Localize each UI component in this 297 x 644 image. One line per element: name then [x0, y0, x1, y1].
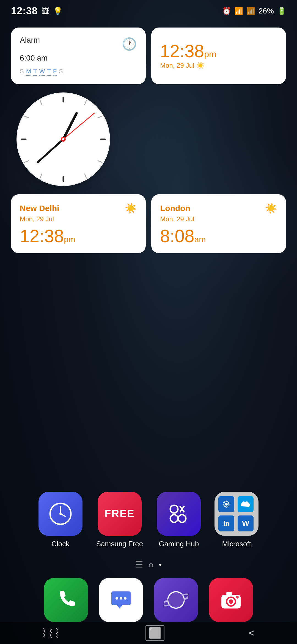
back-button[interactable]: <	[249, 627, 255, 639]
digital-ampm: pm	[204, 49, 216, 59]
camera-app-icon[interactable]	[209, 578, 253, 622]
city-date-delhi: Mon, 29 Jul	[20, 215, 137, 223]
status-bar: 12:38 🖼 💡 ⏰ 📶 📶 26% 🔋	[0, 0, 297, 22]
city-header-delhi: New Delhi ☀️	[20, 203, 137, 214]
microsoft-label: Microsoft	[222, 540, 251, 548]
microsoft-icon-settings	[218, 496, 234, 512]
app-item-microsoft[interactable]: in W Microsoft	[215, 492, 258, 548]
wifi-icon: 📶	[234, 7, 243, 15]
alarm-status-icon: ⏰	[222, 7, 231, 15]
svg-point-26	[178, 515, 186, 522]
clock-icon-svg	[48, 501, 73, 526]
analog-clock-container	[11, 92, 286, 186]
messages-app-icon[interactable]	[99, 578, 143, 622]
microsoft-icon-word: W	[238, 515, 254, 531]
phone-app-icon[interactable]	[44, 578, 88, 622]
city-name-london: London	[160, 204, 190, 213]
analog-clock-widget[interactable]	[16, 92, 110, 186]
digital-clock-widget[interactable]: 12:38pm Mon, 29 Jul ☀️	[151, 28, 286, 84]
svg-point-30	[124, 597, 127, 600]
microsoft-icon-cloud	[238, 496, 254, 512]
battery-percentage: 26%	[258, 7, 274, 15]
alarm-day-f: F	[53, 68, 57, 76]
alarm-day-s2: S	[59, 68, 63, 76]
city-widget-row: New Delhi ☀️ Mon, 29 Jul 12:38pm London …	[11, 194, 286, 253]
app-row-main: Clock FREE Samsung Free Gaming Hub	[0, 492, 297, 548]
status-left: 12:38 🖼 💡	[11, 5, 63, 17]
signal-icon: 📶	[246, 7, 255, 15]
svg-point-33	[168, 592, 184, 608]
camera-icon-svg	[219, 588, 243, 612]
digital-time: 12:38pm	[160, 42, 216, 60]
dock-item-browser[interactable]	[154, 578, 198, 622]
page-menu-icon: ☰	[135, 559, 143, 570]
status-right: ⏰ 📶 📶 26% 🔋	[222, 7, 286, 15]
alarm-ampm: am	[37, 54, 48, 62]
weather-icon: ☀️	[196, 62, 205, 69]
gaming-hub-icon-svg	[166, 501, 191, 526]
bottom-dock	[0, 578, 297, 622]
alarm-clock-icon: 🕐	[122, 37, 137, 51]
nav-bar: ⦚⦚⦚ ⬜ <	[0, 622, 297, 644]
samsung-free-icon[interactable]: FREE	[98, 492, 142, 536]
page-home-icon: ⌂	[149, 560, 153, 569]
browser-app-icon[interactable]	[154, 578, 198, 622]
city-name-delhi: New Delhi	[20, 204, 59, 213]
app-item-samsung-free[interactable]: FREE Samsung Free	[96, 492, 143, 548]
page-current-dot: ●	[159, 562, 162, 567]
clock-app-label: Clock	[51, 540, 69, 548]
weather-icon-delhi: ☀️	[125, 203, 137, 214]
app-item-clock[interactable]: Clock	[38, 492, 82, 548]
browser-icon-svg	[164, 588, 188, 612]
svg-point-37	[229, 599, 233, 604]
status-icon-photo: 🖼	[42, 7, 49, 16]
home-button[interactable]: ⬜	[145, 625, 164, 641]
dock-item-camera[interactable]	[209, 578, 253, 622]
alarm-day-t2: T	[47, 68, 51, 76]
alarm-day-s1: S	[20, 68, 24, 76]
app-item-gaming-hub[interactable]: Gaming Hub	[157, 492, 201, 548]
svg-point-29	[120, 597, 122, 600]
alarm-days: S M T W T F S	[20, 68, 137, 76]
city-header-london: London ☀️	[160, 203, 277, 214]
svg-point-28	[116, 597, 118, 600]
svg-point-17	[62, 138, 64, 140]
alarm-time: 6:00 am	[20, 47, 48, 63]
gaming-hub-label: Gaming Hub	[159, 540, 199, 548]
gaming-hub-icon[interactable]	[157, 492, 201, 536]
widget-row-1: Alarm 6:00 am 🕐 S M T W T F S 12:38pm	[11, 28, 286, 84]
dock-item-messages[interactable]	[99, 578, 143, 622]
svg-point-25	[170, 515, 178, 522]
clock-app-icon[interactable]	[38, 492, 82, 536]
status-time: 12:38	[11, 5, 38, 17]
city-time-delhi: 12:38pm	[20, 227, 137, 245]
status-icon-bulb: 💡	[53, 7, 63, 16]
microsoft-icon-linkedin: in	[218, 515, 234, 531]
alarm-day-m: M	[26, 68, 31, 76]
city-date-london: Mon, 29 Jul	[160, 215, 277, 223]
app-dock: Clock FREE Samsung Free Gaming Hub	[0, 492, 297, 578]
svg-point-22	[170, 505, 178, 513]
svg-rect-38	[226, 592, 232, 596]
clock-face-svg	[16, 92, 110, 186]
page-indicators: ☰ ⌂ ●	[0, 559, 297, 570]
content-area: Alarm 6:00 am 🕐 S M T W T F S 12:38pm	[0, 22, 297, 267]
svg-point-39	[236, 596, 239, 599]
digital-date: Mon, 29 Jul ☀️	[160, 62, 205, 69]
phone-icon-svg	[55, 589, 77, 611]
alarm-day-t1: T	[33, 68, 37, 76]
alarm-widget[interactable]: Alarm 6:00 am 🕐 S M T W T F S	[11, 28, 146, 84]
london-widget[interactable]: London ☀️ Mon, 29 Jul 8:08am	[151, 194, 286, 253]
new-delhi-widget[interactable]: New Delhi ☀️ Mon, 29 Jul 12:38pm	[11, 194, 146, 253]
samsung-free-label: Samsung Free	[96, 540, 143, 548]
weather-icon-london: ☀️	[265, 203, 277, 214]
alarm-label: Alarm	[20, 36, 48, 45]
battery-icon: 🔋	[277, 7, 286, 15]
svg-point-21	[59, 513, 62, 515]
dock-item-phone[interactable]	[44, 578, 88, 622]
alarm-day-w: W	[39, 68, 45, 76]
messages-icon-svg	[109, 588, 133, 612]
city-time-london: 8:08am	[160, 227, 277, 245]
microsoft-icon[interactable]: in W	[215, 492, 258, 536]
recent-apps-button[interactable]: ⦚⦚⦚	[42, 627, 61, 639]
